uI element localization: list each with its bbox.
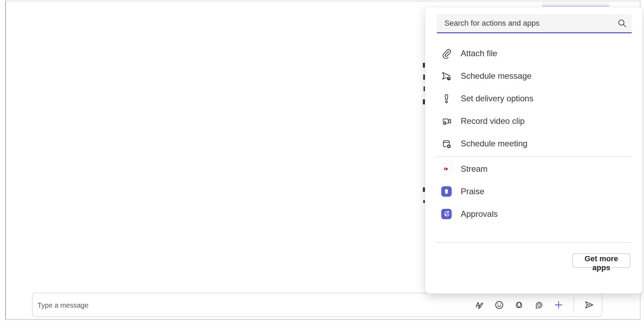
obscured-text-fragment [423, 75, 425, 80]
send-button[interactable] [582, 297, 597, 313]
app-item-label: Stream [461, 164, 487, 174]
obscured-text-fragment [423, 187, 425, 192]
actions-list: Attach file Schedule message [425, 42, 642, 155]
send-icon [584, 299, 595, 310]
obscured-text-fragment [423, 63, 425, 68]
approvals-app-icon [441, 209, 452, 219]
menu-item-record-video-clip[interactable]: Record video clip [425, 110, 642, 132]
compose-toolbar [472, 293, 597, 316]
search-icon [617, 18, 627, 28]
menu-item-label: Record video clip [461, 116, 525, 126]
app-item-label: Praise [461, 187, 484, 196]
message-input[interactable] [37, 293, 455, 317]
exclamation-icon [441, 93, 452, 104]
add-actions-button[interactable] [551, 297, 566, 313]
video-camera-chat-icon [441, 116, 452, 127]
app-item-label: Approvals [461, 209, 498, 219]
divider [436, 242, 631, 243]
format-button[interactable] [472, 297, 487, 313]
actions-apps-flyout: Attach file Schedule message [425, 7, 642, 293]
menu-item-schedule-message[interactable]: Schedule message [425, 65, 642, 87]
menu-item-label: Attach file [461, 49, 497, 58]
menu-item-label: Schedule message [461, 71, 532, 81]
menu-item-label: Set delivery options [461, 94, 533, 103]
app-item-approvals[interactable]: Approvals [425, 203, 642, 225]
send-clock-icon [441, 70, 452, 82]
loop-icon [534, 300, 544, 310]
calendar-add-icon [441, 138, 452, 149]
format-icon [474, 300, 485, 310]
divider [436, 156, 631, 157]
obscured-text-fragment [423, 200, 425, 203]
menu-item-schedule-meeting[interactable]: Schedule meeting [425, 132, 642, 155]
stream-app-icon [441, 163, 452, 174]
search-input[interactable] [437, 14, 617, 32]
toolbar-divider [574, 297, 574, 313]
emoji-icon [494, 300, 504, 310]
copilot-icon [514, 300, 524, 310]
apps-list: Stream Praise [425, 157, 642, 225]
copilot-button[interactable] [511, 297, 527, 313]
emoji-button[interactable] [492, 297, 507, 313]
add-actions-icon [553, 299, 564, 310]
menu-item-set-delivery-options[interactable]: Set delivery options [425, 87, 642, 110]
get-more-apps-button[interactable]: Get more apps [572, 253, 630, 268]
search-field[interactable] [437, 14, 632, 33]
background-surface-edge [542, 2, 609, 7]
menu-item-attach-file[interactable]: Attach file [425, 42, 642, 65]
paperclip-icon [441, 48, 452, 59]
app-window: Attach file Schedule message [5, 1, 641, 320]
obscured-text-fragment [423, 99, 425, 104]
praise-app-icon [441, 186, 452, 197]
app-item-stream[interactable]: Stream [425, 157, 642, 180]
obscured-text-fragment [424, 86, 425, 91]
menu-item-label: Schedule meeting [461, 139, 527, 148]
app-item-praise[interactable]: Praise [425, 180, 642, 203]
loop-button[interactable] [531, 297, 546, 313]
message-compose-box[interactable] [32, 293, 602, 317]
